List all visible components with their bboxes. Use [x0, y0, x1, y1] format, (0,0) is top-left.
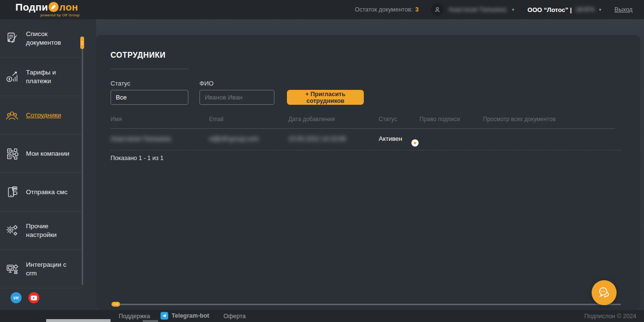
pen-in-circle-icon	[49, 2, 59, 12]
pagination-summary: Показано 1 - 1 из 1	[111, 155, 163, 161]
table-header-row: Имя Email Дата добавления Статус Право п…	[111, 116, 615, 123]
chat-bubbles-icon	[597, 285, 611, 300]
sidebar-item-sms[interactable]: Отправка смс	[0, 173, 82, 211]
sidebar-item-label: Интеграции с crm	[26, 260, 76, 277]
copyright-text: Подпислон © 2024	[584, 313, 636, 320]
social-links: VK	[11, 292, 39, 303]
status-select-value: Все	[116, 94, 126, 101]
telegram-bot-label: Telegram-bot	[172, 312, 209, 319]
column-header-view-all: Просмотр всех документов	[483, 116, 615, 123]
horizontal-scrollbar-thumb[interactable]	[111, 302, 120, 307]
sidebar-item-label: Отправка смс	[26, 188, 76, 197]
top-bar: Подпи лон powered by Off Group Остаток д…	[0, 0, 644, 19]
company-switcher[interactable]: ООО “Лотос” | 18-974 ▼	[528, 6, 602, 13]
sidebar-item-documents[interactable]: Список документов	[0, 19, 82, 58]
vk-icon[interactable]: VK	[11, 292, 22, 303]
sidebar-scrollbar-thumb[interactable]	[80, 37, 84, 49]
telegram-icon	[161, 312, 168, 320]
crm-icon	[4, 262, 20, 276]
logo-text-left: Подпи	[15, 2, 48, 12]
companies-icon	[4, 147, 20, 161]
sidebar-scrollbar-track[interactable]	[82, 37, 83, 285]
title-underline	[111, 69, 189, 69]
logo-tagline: powered by Off Group	[40, 13, 80, 17]
column-header-email: Email	[209, 116, 288, 123]
user-menu[interactable]: Анастасия Тюлькина ▼	[431, 3, 515, 16]
column-header-name: Имя	[111, 116, 209, 123]
sidebar-nav: Список документов Тарифы и платежи Сотру…	[0, 19, 96, 322]
sidebar-item-label: Сотрудники	[26, 111, 76, 120]
sidebar-item-crm[interactable]: Интеграции с crm	[0, 250, 82, 288]
sidebar-item-label: Мои компании	[26, 149, 76, 158]
user-avatar-icon	[431, 3, 444, 16]
sidebar-item-label: Список документов	[26, 30, 76, 47]
sidebar-item-label: Прочие настройки	[26, 222, 76, 239]
chat-widget-button[interactable]	[592, 280, 617, 305]
chevron-down-icon: ▼	[511, 8, 515, 12]
documents-remaining-value: 3	[415, 6, 419, 13]
status-select[interactable]: Все	[111, 90, 188, 105]
support-link[interactable]: Поддержка	[119, 313, 150, 320]
column-header-status: Статус	[379, 116, 420, 123]
table-header-divider	[111, 128, 615, 129]
telegram-bot-link[interactable]: Telegram-bot	[161, 312, 209, 320]
settings-icon	[4, 223, 20, 238]
user-name: Анастасия Тюлькина	[448, 6, 507, 13]
bottom-edge-artifact	[46, 319, 111, 322]
sidebar-item-employees[interactable]: Сотрудники	[0, 96, 82, 135]
documents-icon	[4, 31, 20, 46]
invite-employees-button[interactable]: + Пригласить сотрудников	[287, 90, 364, 105]
sidebar-item-label: Тарифы и платежи	[26, 68, 76, 85]
column-header-sign-right: Право подписи	[420, 116, 483, 123]
sidebar-item-tariffs[interactable]: Тарифы и платежи	[0, 58, 82, 96]
documents-remaining: Остаток документов:3	[355, 6, 419, 13]
company-id: 18-974	[576, 6, 594, 13]
logout-link[interactable]: Выход	[615, 6, 632, 13]
horizontal-scrollbar-track[interactable]	[120, 304, 621, 305]
company-name: ООО “Лотос” |	[528, 6, 572, 13]
employee-date-added: 10.05.2022 14:15:08	[288, 135, 379, 142]
sidebar-item-settings[interactable]: Прочие настройки	[0, 211, 82, 250]
fio-filter-label: ФИО	[199, 80, 213, 87]
employees-icon	[4, 108, 20, 123]
employee-name: Анастасия Тюлькина	[111, 135, 209, 142]
bottom-edge-artifact	[143, 320, 158, 322]
youtube-icon[interactable]	[28, 292, 39, 303]
sidebar-item-companies[interactable]: Мои компании	[0, 135, 82, 173]
table-row: Анастасия Тюлькина st@off-group.com 10.0…	[111, 130, 615, 147]
documents-remaining-label: Остаток документов:	[355, 6, 413, 13]
logo-text-right: лон	[59, 2, 78, 12]
tariffs-icon	[4, 70, 20, 84]
sms-icon	[4, 185, 20, 199]
status-filter-label: Статус	[111, 80, 130, 87]
chevron-down-icon: ▼	[598, 8, 602, 12]
page-title: СОТРУДНИКИ	[111, 51, 166, 60]
employees-panel: СОТРУДНИКИ Статус ФИО Все + Пригласить с…	[96, 35, 640, 310]
employee-email: st@off-group.com	[209, 135, 288, 142]
column-header-date: Дата добавления	[288, 116, 379, 123]
row-divider-dashed	[111, 150, 621, 150]
app-logo[interactable]: Подпи лон powered by Off Group	[15, 2, 80, 17]
oferta-link[interactable]: Оферта	[223, 313, 246, 320]
fio-input[interactable]	[199, 90, 274, 105]
